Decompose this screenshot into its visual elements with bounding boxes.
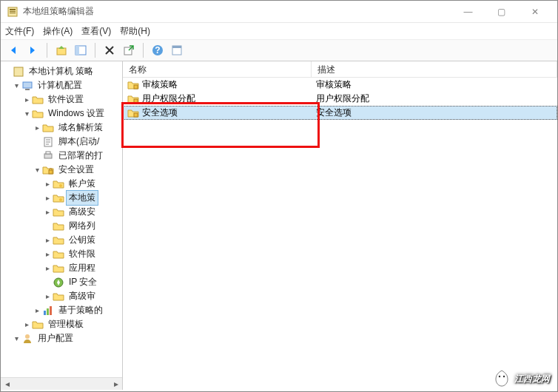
minimize-button[interactable]: —: [451, 1, 485, 22]
export-button[interactable]: [121, 42, 137, 58]
chevron-right-icon[interactable]: ▸: [42, 292, 53, 300]
menu-help[interactable]: 帮助(H): [120, 25, 150, 38]
chevron-right-icon[interactable]: ▸: [42, 264, 53, 272]
svg-text:?: ?: [155, 45, 160, 55]
chevron-right-icon[interactable]: ▸: [32, 124, 42, 132]
app-icon: [7, 6, 19, 18]
chart-icon: [42, 305, 54, 317]
chevron-right-icon[interactable]: ▸: [42, 236, 53, 244]
svg-rect-13: [23, 82, 32, 88]
scroll-left-icon[interactable]: ◂: [1, 378, 13, 391]
svg-rect-28: [134, 113, 138, 117]
list-cell-desc: 审核策略: [312, 78, 557, 91]
tree-account-policy[interactable]: ▸ 帐户策: [1, 177, 122, 191]
folder-icon: [32, 319, 44, 331]
folder-lock-icon: [53, 192, 64, 204]
computer-icon: [21, 80, 33, 92]
menu-view[interactable]: 查看(V): [81, 25, 111, 38]
tree-user-config[interactable]: ▾ 用户配置: [1, 331, 122, 345]
svg-rect-1: [10, 9, 16, 10]
main-area: 本地计算机 策略 ▾ 计算机配置 ▸ 软件设置 ▾ Windows 设置 ▸ 域…: [1, 61, 557, 390]
help-button[interactable]: ?: [149, 42, 166, 58]
menu-action[interactable]: 操作(A): [43, 25, 73, 38]
script-icon: [42, 136, 54, 148]
list-cell-name: 用户权限分配: [142, 92, 195, 105]
tree-software-settings[interactable]: ▸ 软件设置: [1, 92, 122, 107]
svg-rect-24: [50, 306, 52, 315]
folder-lock-icon: [127, 79, 139, 91]
tree-local-policy[interactable]: ▸ 本地策: [1, 191, 122, 205]
folder-icon: [53, 291, 64, 303]
tree-computer-config[interactable]: ▾ 计算机配置: [1, 78, 122, 92]
tree-policy-based[interactable]: ▸ 基于策略的: [1, 303, 122, 317]
tree-network-list[interactable]: 网络列: [1, 219, 122, 233]
list-header: 名称 描述: [123, 61, 557, 78]
tree-ip-security[interactable]: IP 安全: [1, 275, 122, 289]
chevron-right-icon[interactable]: ▸: [42, 250, 53, 258]
chevron-right-icon[interactable]: ▸: [32, 306, 42, 314]
watermark: 江西龙网: [492, 369, 550, 388]
tree-panel: 本地计算机 策略 ▾ 计算机配置 ▸ 软件设置 ▾ Windows 设置 ▸ 域…: [1, 61, 123, 390]
svg-point-29: [499, 376, 500, 377]
tree-security-settings[interactable]: ▾ 安全设置: [1, 163, 122, 177]
close-button[interactable]: ✕: [518, 1, 551, 22]
horizontal-scrollbar[interactable]: ◂ ▸: [1, 377, 122, 390]
chevron-right-icon[interactable]: ▸: [42, 194, 53, 202]
chevron-down-icon[interactable]: ▾: [32, 166, 42, 174]
chevron-right-icon[interactable]: ▸: [42, 208, 53, 216]
folder-icon: [32, 94, 44, 106]
tree-advanced-audit[interactable]: ▸ 高级审: [1, 289, 122, 303]
scroll-right-icon[interactable]: ▸: [110, 378, 122, 391]
chevron-down-icon[interactable]: ▾: [11, 81, 21, 89]
tree-advanced-security[interactable]: ▸ 高级安: [1, 205, 122, 219]
window-title: 本地组策略编辑器: [23, 5, 94, 18]
tree-scripts[interactable]: 脚本(启动/: [1, 135, 122, 149]
folder-icon: [53, 220, 64, 232]
properties-button[interactable]: [169, 42, 185, 58]
folder-open-icon: [32, 108, 44, 120]
tree-public-key[interactable]: ▸ 公钥策: [1, 233, 122, 247]
ipsec-icon: [53, 277, 64, 288]
show-hide-tree-button[interactable]: [73, 42, 89, 58]
tree-root[interactable]: 本地计算机 策略: [1, 64, 122, 78]
svg-rect-2: [10, 11, 16, 12]
delete-button[interactable]: [101, 42, 118, 58]
column-header-desc[interactable]: 描述: [312, 61, 557, 77]
tree-app-control[interactable]: ▸ 应用程: [1, 261, 122, 275]
svg-rect-16: [44, 154, 52, 158]
forward-button[interactable]: [24, 42, 41, 58]
tree-windows-settings[interactable]: ▾ Windows 设置: [1, 107, 122, 121]
svg-point-19: [59, 184, 62, 187]
svg-rect-27: [134, 99, 138, 103]
tree-dns-policy[interactable]: ▸ 域名解析策: [1, 121, 122, 135]
up-button[interactable]: [53, 42, 70, 58]
list-row[interactable]: 用户权限分配 用户权限分配: [123, 92, 557, 106]
user-icon: [21, 333, 33, 345]
list-cell-name: 安全选项: [142, 107, 178, 119]
folder-icon: [42, 122, 54, 134]
maximize-button[interactable]: ▢: [485, 1, 518, 22]
tree-admin-templates[interactable]: ▸ 管理模板: [1, 317, 122, 331]
svg-rect-12: [14, 67, 23, 76]
svg-rect-11: [172, 46, 181, 48]
back-button[interactable]: [5, 42, 21, 58]
menu-file[interactable]: 文件(F): [5, 25, 34, 38]
chevron-right-icon[interactable]: ▸: [21, 320, 32, 328]
chevron-right-icon[interactable]: ▸: [21, 95, 32, 104]
chevron-down-icon[interactable]: ▾: [11, 334, 21, 342]
svg-rect-18: [49, 170, 53, 174]
column-header-name[interactable]: 名称: [123, 61, 312, 77]
svg-point-30: [503, 376, 505, 377]
svg-point-20: [59, 198, 62, 201]
chevron-down-icon[interactable]: ▾: [21, 109, 32, 118]
svg-rect-26: [134, 85, 138, 89]
tree-deployed[interactable]: 已部署的打: [1, 149, 122, 163]
list-row[interactable]: 审核策略 审核策略: [123, 78, 557, 92]
list-row[interactable]: 安全选项 安全选项: [123, 106, 557, 120]
list-cell-desc: 安全选项: [312, 107, 557, 119]
titlebar: 本地组策略编辑器 — ▢ ✕: [1, 1, 557, 23]
tree-software-restriction[interactable]: ▸ 软件限: [1, 247, 122, 261]
folder-lock-icon: [127, 93, 139, 105]
chevron-right-icon[interactable]: ▸: [42, 180, 53, 188]
svg-rect-23: [47, 308, 49, 315]
